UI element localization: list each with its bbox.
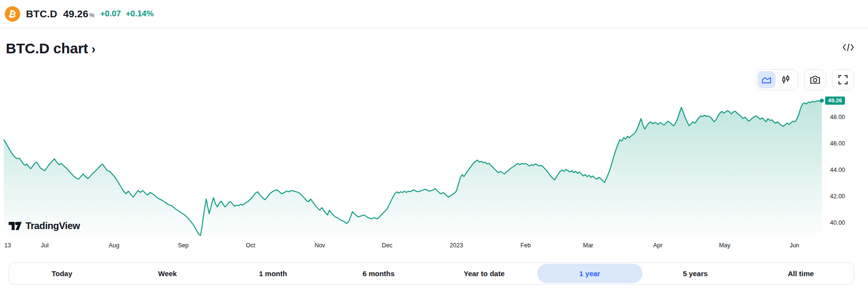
ticker-price: 49.26 % <box>63 8 94 20</box>
page-title: BTC.D chart <box>6 40 88 57</box>
x-axis-label: Nov <box>314 242 325 249</box>
y-axis-label: 42.00 <box>830 193 845 200</box>
x-axis-label: 2023 <box>450 242 463 249</box>
range-button-1-year[interactable]: 1 year <box>537 264 643 283</box>
y-axis-label: 44.00 <box>830 167 845 173</box>
range-button-1-month[interactable]: 1 month <box>220 264 326 283</box>
embed-code-icon[interactable] <box>841 40 856 54</box>
ticker-symbol: BTC.D <box>26 8 57 20</box>
watermark-label: TradingView <box>25 220 80 231</box>
range-button-year-to-date[interactable]: Year to date <box>431 264 537 283</box>
change-absolute: +0.07 <box>100 9 121 19</box>
chart-title-link[interactable]: BTC.D chart › <box>6 40 95 57</box>
date-range-bar: TodayWeek1 month6 monthsYear to date1 ye… <box>9 262 854 285</box>
ticker-change: +0.07 +0.14% <box>100 9 153 19</box>
ticker-bar: ₿ BTC.D 49.26 % +0.07 +0.14% <box>0 0 868 28</box>
x-axis-label: Apr <box>653 242 662 249</box>
area-fill <box>4 100 822 240</box>
tradingview-widget: ₿ BTC.D 49.26 % +0.07 +0.14% BTC.D chart… <box>0 0 868 304</box>
y-axis-label: 46.00 <box>830 140 845 147</box>
x-axis-label: Jun <box>790 242 799 249</box>
x-axis-label: Dec <box>382 242 392 249</box>
x-axis-label: Mar <box>583 242 593 249</box>
ticker-value: 49.26 <box>63 8 88 20</box>
change-percent: +0.14% <box>126 9 153 19</box>
price-area-chart[interactable] <box>0 82 824 240</box>
x-axis-label: Oct <box>246 242 255 249</box>
x-axis-label: 13 <box>4 242 11 249</box>
range-button-week[interactable]: Week <box>115 264 221 283</box>
x-axis-label: Jul <box>41 242 49 249</box>
x-axis-label: Sep <box>178 242 189 249</box>
range-button-6-months[interactable]: 6 months <box>326 264 432 283</box>
last-point-dot <box>820 98 824 102</box>
tradingview-watermark[interactable]: TradingView <box>9 220 80 231</box>
x-axis-label: May <box>719 242 730 249</box>
range-button-all-time[interactable]: All time <box>748 264 854 283</box>
range-button-today[interactable]: Today <box>9 264 115 283</box>
y-axis-label: 40.00 <box>830 219 845 226</box>
tradingview-logo-icon <box>9 221 22 231</box>
x-axis-label: Feb <box>520 242 531 249</box>
ticker-unit: % <box>89 12 95 19</box>
y-axis-label: 48.00 <box>830 114 845 121</box>
range-button-5-years[interactable]: 5 years <box>642 264 748 283</box>
chevron-right-icon: › <box>91 42 95 56</box>
x-axis-label: Aug <box>109 242 119 249</box>
bitcoin-icon: ₿ <box>5 6 20 22</box>
fullscreen-button[interactable] <box>832 69 854 90</box>
last-price-badge: 49.26 <box>825 97 845 105</box>
